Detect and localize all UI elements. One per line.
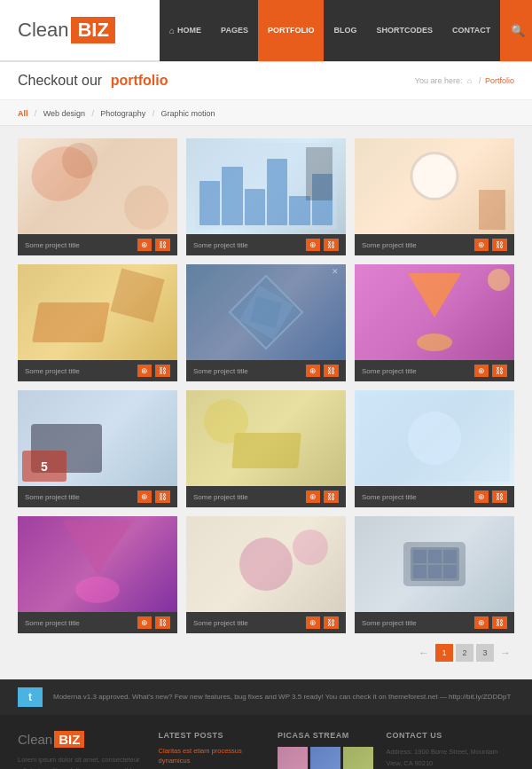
search-icon-10[interactable]: ⊕ <box>137 616 152 629</box>
portfolio-thumb-10 <box>18 516 177 612</box>
nav-search-button[interactable]: 🔍 <box>500 0 532 61</box>
portfolio-caption-1: Some project title ⊕ ⛓ <box>18 234 177 255</box>
filter-webdesign[interactable]: Web design <box>43 109 85 118</box>
portfolio-thumb-8 <box>186 390 346 486</box>
portfolio-thumb-7: 5 <box>18 390 177 486</box>
page-prev[interactable]: ← <box>415 647 433 659</box>
nav-item-shortcodes[interactable]: SHORTCODES <box>366 0 442 61</box>
search-icon-6[interactable]: ⊕ <box>474 365 489 377</box>
footer-posts-col: LATEST POSTS Claritas est etiam processu… <box>159 731 265 769</box>
link-icon-7[interactable]: ⛓ <box>155 490 170 503</box>
link-icon-1[interactable]: ⛓ <box>155 239 170 251</box>
picasa-thumb-2[interactable] <box>310 747 340 769</box>
footer-contact-title: CONTACT US <box>386 731 514 740</box>
search-icon-1[interactable]: ⊕ <box>137 239 152 251</box>
logo-clean: Clean <box>18 19 68 42</box>
portfolio-thumb-3 <box>355 138 514 234</box>
link-icon-2[interactable]: ⛓ <box>324 239 339 251</box>
footer-picasa-col: PICASA STREAM <box>278 731 373 769</box>
portfolio-item-12: Some project title ⊕ ⛓ <box>355 516 514 633</box>
portfolio-thumb-12 <box>355 516 514 612</box>
filter-sep-3: / <box>153 109 155 118</box>
footer-desc: Lorem ipsum dolor sit amet, consecteteur… <box>18 755 146 769</box>
nav-contact-label: CONTACT <box>452 26 490 35</box>
portfolio-caption-10: Some project title ⊕ ⛓ <box>18 612 177 633</box>
title-prefix: Checkout our <box>18 73 102 88</box>
portfolio-caption-4: Some project title ⊕ ⛓ <box>18 360 177 381</box>
nav-item-contact[interactable]: CONTACT <box>442 0 500 61</box>
nav-home-label: HOME <box>177 26 201 35</box>
picasa-thumb-1[interactable] <box>278 747 308 769</box>
footer-post-1-link[interactable]: Claritas est etiam processus dynamicus <box>159 747 265 765</box>
portfolio-item-2: Some project title ⊕ ⛓ <box>186 138 346 255</box>
logo[interactable]: Clean BIZ <box>18 17 115 43</box>
search-icon-2[interactable]: ⊕ <box>306 239 320 251</box>
portfolio-title-6: Some project title <box>362 367 417 375</box>
footer-picasa-title: PICASA STREAM <box>278 731 373 740</box>
portfolio-caption-3: Some project title ⊕ ⛓ <box>355 234 514 255</box>
search-icon-8[interactable]: ⊕ <box>306 490 320 503</box>
link-icon-8[interactable]: ⛓ <box>324 490 339 503</box>
portfolio-title-11: Some project title <box>193 619 248 627</box>
nav-item-portfolio[interactable]: PORTFOLIO <box>258 0 325 61</box>
search-icon-7[interactable]: ⊕ <box>137 490 152 503</box>
search-icon-5[interactable]: ⊕ <box>306 365 320 377</box>
portfolio-title-4: Some project title <box>25 367 80 375</box>
home-icon: ⌂ <box>169 26 175 35</box>
filter-sep-1: / <box>35 109 37 118</box>
nav-item-blog[interactable]: BLOG <box>324 0 366 61</box>
filter-photography[interactable]: Photography <box>100 109 145 118</box>
portfolio-title-1: Some project title <box>25 241 80 249</box>
link-icon-5[interactable]: ⛓ <box>324 365 339 377</box>
page-2[interactable]: 2 <box>456 644 473 662</box>
nav-portfolio-label: PORTFOLIO <box>268 26 315 35</box>
filter-graphic[interactable]: Graphic motion <box>161 109 215 118</box>
portfolio-item-7: 5 Some project title ⊕ ⛓ <box>18 390 177 507</box>
page-title: Checkout our portfolio <box>18 73 168 89</box>
portfolio-title-3: Some project title <box>362 241 417 249</box>
footer-logo: Clean BIZ <box>18 731 146 748</box>
nav-item-home[interactable]: ⌂ HOME <box>160 0 211 61</box>
link-icon-11[interactable]: ⛓ <box>324 616 339 629</box>
picasa-thumb-3[interactable] <box>343 747 373 769</box>
portfolio-caption-6: Some project title ⊕ ⛓ <box>355 360 514 381</box>
portfolio-thumb-9 <box>355 390 514 486</box>
search-icon-9[interactable]: ⊕ <box>474 490 489 503</box>
portfolio-caption-12: Some project title ⊕ ⛓ <box>355 612 514 633</box>
link-icon-4[interactable]: ⛓ <box>155 365 170 377</box>
portfolio-title-9: Some project title <box>362 493 417 501</box>
portfolio-item-9: Some project title ⊕ ⛓ <box>355 390 514 507</box>
portfolio-title-2: Some project title <box>193 241 248 249</box>
breadcrumb-you-are-here: You are here: <box>415 76 463 85</box>
breadcrumb-current: Portfolio <box>485 76 514 85</box>
portfolio-area: Some project title ⊕ ⛓ <box>0 126 532 679</box>
search-icon-4[interactable]: ⊕ <box>137 365 152 377</box>
link-icon-9[interactable]: ⛓ <box>492 490 507 503</box>
page-1[interactable]: 1 <box>435 644 453 662</box>
link-icon-10[interactable]: ⛓ <box>155 616 170 629</box>
search-icon-12[interactable]: ⊕ <box>474 616 489 629</box>
nav-item-pages[interactable]: PAGES <box>211 0 258 61</box>
link-icon-12[interactable]: ⛓ <box>492 616 507 629</box>
link-icon-6[interactable]: ⛓ <box>492 365 507 377</box>
portfolio-icons-1: ⊕ ⛓ <box>137 239 170 251</box>
portfolio-item-11: Some project title ⊕ ⛓ <box>186 516 346 633</box>
search-icon-11[interactable]: ⊕ <box>306 616 320 629</box>
portfolio-item-3: Some project title ⊕ ⛓ <box>355 138 514 255</box>
portfolio-item-1: Some project title ⊕ ⛓ <box>18 138 177 255</box>
page-next[interactable]: → <box>497 647 514 659</box>
portfolio-thumb-1 <box>18 138 177 234</box>
breadcrumb-bar: Checkout our portfolio You are here: ⌂ /… <box>0 62 532 100</box>
breadcrumb-separator: / <box>479 76 481 85</box>
picasa-grid <box>278 747 373 769</box>
footer-post-1: Claritas est etiam processus dynamicus <box>159 747 265 765</box>
link-icon-3[interactable]: ⛓ <box>492 239 507 251</box>
filter-all[interactable]: All <box>18 109 28 118</box>
portfolio-item-10: Some project title ⊕ ⛓ <box>18 516 177 633</box>
portfolio-thumb-4 <box>18 264 177 360</box>
page-3[interactable]: 3 <box>476 644 494 662</box>
portfolio-title-12: Some project title <box>362 619 417 627</box>
main-nav: ⌂ HOME PAGES PORTFOLIO BLOG SHORTCODES C… <box>160 0 532 61</box>
portfolio-title-5: Some project title <box>193 367 248 375</box>
search-icon-3[interactable]: ⊕ <box>474 239 489 251</box>
